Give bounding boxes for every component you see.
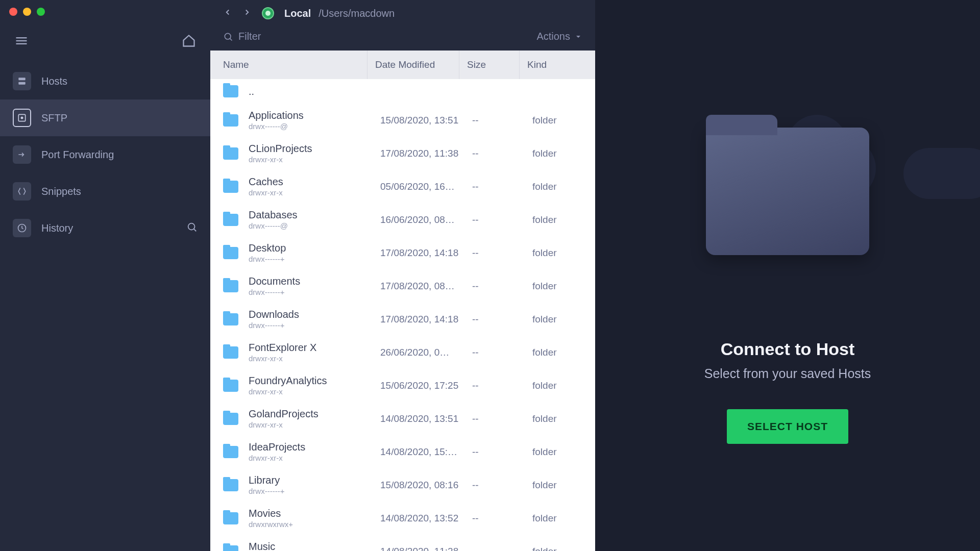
file-name: CLionProjects [249, 143, 380, 155]
menu-icon[interactable] [14, 34, 29, 50]
file-permissions: drwx------@ [249, 122, 380, 131]
file-name: Library [249, 474, 380, 486]
file-date: 16/06/2020, 08… [380, 214, 472, 226]
file-size: -- [472, 513, 532, 524]
file-row[interactable]: Library drwx------+ 15/08/2020, 08:16 --… [210, 468, 595, 502]
file-row[interactable]: Movies drwxrwxrwx+ 14/08/2020, 13:52 -- … [210, 502, 595, 535]
close-window[interactable] [9, 8, 17, 16]
file-kind: folder [532, 148, 595, 159]
file-name: Desktop [249, 242, 380, 254]
file-date: 17/08/2020, 14:18 [380, 247, 472, 259]
file-date: 14/08/2020, 13:51 [380, 413, 472, 424]
file-date: 17/08/2020, 08… [380, 281, 472, 292]
file-row[interactable]: .. [210, 79, 595, 104]
hosts-icon [13, 72, 31, 90]
actions-dropdown[interactable]: Actions [536, 31, 582, 42]
file-permissions: drwx------@ [249, 221, 380, 230]
file-row[interactable]: Caches drwxr-xr-x 05/06/2020, 16… -- fol… [210, 170, 595, 203]
sidebar-item-port-forwarding[interactable]: Port Forwarding [0, 136, 210, 173]
folder-icon [223, 413, 238, 425]
home-icon[interactable] [182, 34, 196, 50]
file-permissions: drwxr-xr-x [249, 454, 380, 462]
file-name: Documents [249, 276, 380, 287]
file-kind: folder [532, 115, 595, 126]
sidebar-item-label: History [41, 222, 73, 234]
file-row[interactable]: Documents drwx------+ 17/08/2020, 08… --… [210, 269, 595, 303]
sidebar: Hosts SFTP Port Forwarding Snippets Hist… [0, 0, 210, 551]
file-name: Databases [249, 209, 380, 221]
folder-icon [223, 114, 238, 127]
svg-point-8 [188, 223, 195, 230]
file-name: Applications [249, 110, 380, 121]
file-date: 26/06/2020, 0… [380, 347, 472, 358]
file-row[interactable]: GolandProjects drwxr-xr-x 14/08/2020, 13… [210, 402, 595, 435]
minimize-window[interactable] [23, 8, 31, 16]
file-kind: folder [532, 413, 595, 424]
sidebar-item-history[interactable]: History [0, 210, 210, 246]
file-kind: folder [532, 480, 595, 491]
sidebar-item-sftp[interactable]: SFTP [0, 99, 210, 136]
col-size[interactable]: Size [459, 51, 520, 79]
file-permissions: drwx------+ [249, 321, 380, 330]
forward-button[interactable] [242, 8, 252, 19]
file-date: 05/06/2020, 16… [380, 181, 472, 192]
file-kind: folder [532, 546, 595, 552]
file-kind: folder [532, 281, 595, 292]
sidebar-item-hosts[interactable]: Hosts [0, 63, 210, 99]
maximize-window[interactable] [37, 8, 45, 16]
file-size: -- [472, 413, 532, 424]
file-row[interactable]: IdeaProjects drwxr-xr-x 14/08/2020, 15:…… [210, 435, 595, 468]
file-row[interactable]: CLionProjects drwxr-xr-x 17/08/2020, 11:… [210, 137, 595, 170]
chevron-down-icon [574, 33, 582, 41]
sidebar-item-snippets[interactable]: Snippets [0, 173, 210, 210]
file-name: IdeaProjects [249, 441, 380, 453]
file-date: 14/08/2020, 15:… [380, 446, 472, 458]
sidebar-item-label: Port Forwarding [41, 149, 114, 161]
folder-icon [223, 280, 238, 292]
file-date: 15/08/2020, 08:16 [380, 480, 472, 491]
svg-line-9 [194, 229, 197, 231]
file-row[interactable]: Databases drwx------@ 16/06/2020, 08… --… [210, 203, 595, 236]
sidebar-item-label: Snippets [41, 186, 81, 197]
file-kind: folder [532, 214, 595, 226]
path-breadcrumb[interactable]: /Users/macdown [318, 8, 395, 19]
file-name: .. [249, 86, 380, 97]
file-permissions: drwx------+ [249, 487, 380, 495]
file-size: -- [472, 214, 532, 226]
search-icon[interactable] [186, 221, 198, 235]
filter-input[interactable]: Filter [223, 31, 261, 42]
file-name: GolandProjects [249, 408, 380, 420]
file-size: -- [472, 115, 532, 126]
file-name: FoundryAnalytics [249, 375, 380, 387]
file-permissions: drwxr-xr-x [249, 387, 380, 396]
file-kind: folder [532, 446, 595, 458]
svg-point-6 [21, 117, 23, 119]
folder-icon [223, 147, 238, 160]
file-date: 15/08/2020, 13:51 [380, 115, 472, 126]
col-date[interactable]: Date Modified [368, 51, 459, 79]
file-permissions: drwxr-xr-x [249, 188, 380, 197]
file-name: FontExplorer X [249, 342, 380, 354]
cloud-decoration [903, 148, 980, 199]
actions-label: Actions [536, 31, 570, 42]
file-name: Downloads [249, 309, 380, 320]
file-row[interactable]: FoundryAnalytics drwxr-xr-x 15/06/2020, … [210, 369, 595, 402]
folder-icon [223, 214, 238, 226]
select-host-button[interactable]: SELECT HOST [727, 409, 848, 444]
folder-icon [223, 247, 238, 259]
file-row[interactable]: FontExplorer X drwxr-xr-x 26/06/2020, 0…… [210, 336, 595, 369]
folder-icon [223, 545, 238, 552]
file-permissions: drwx------+ [249, 255, 380, 263]
file-size: -- [472, 446, 532, 458]
col-name[interactable]: Name [210, 51, 368, 79]
back-button[interactable] [223, 8, 232, 19]
file-row[interactable]: Downloads drwx------+ 17/08/2020, 14:18 … [210, 303, 595, 336]
connect-subtitle: Select from your saved Hosts [704, 366, 871, 381]
col-kind[interactable]: Kind [520, 51, 595, 79]
file-kind: folder [532, 181, 595, 192]
file-row[interactable]: Applications drwx------@ 15/08/2020, 13:… [210, 104, 595, 137]
file-row[interactable]: Music drwx------+ 14/08/2020, 11:28 -- f… [210, 535, 595, 551]
table-header: Name Date Modified Size Kind [210, 51, 595, 79]
snippets-icon [13, 182, 31, 201]
file-row[interactable]: Desktop drwx------+ 17/08/2020, 14:18 --… [210, 236, 595, 269]
